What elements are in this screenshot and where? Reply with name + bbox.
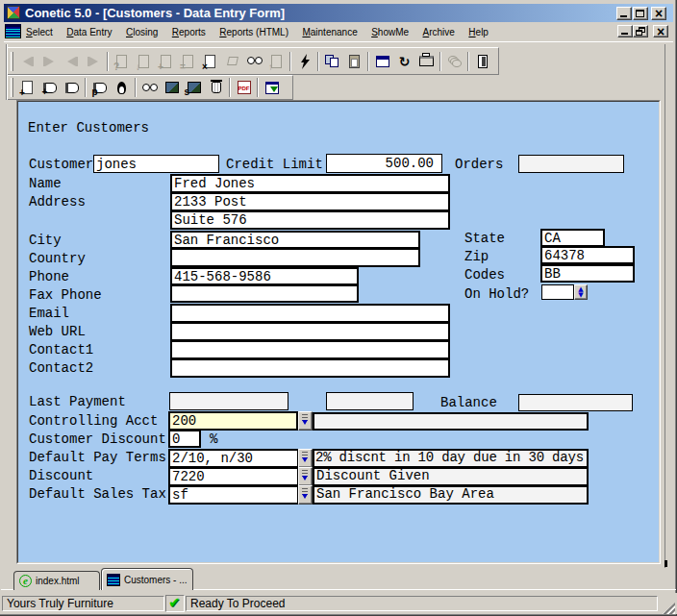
doc-copy-button[interactable] <box>177 51 199 72</box>
trash-button[interactable] <box>205 77 227 98</box>
export-button[interactable] <box>261 77 283 98</box>
contact2-input[interactable] <box>170 358 450 378</box>
search-button[interactable] <box>243 51 265 72</box>
default-pay-terms-input[interactable] <box>168 449 299 468</box>
state-input[interactable] <box>540 229 605 247</box>
toolbar-gripper-2[interactable] <box>11 78 13 97</box>
country-input[interactable] <box>170 248 420 267</box>
percent-label: % <box>210 431 217 447</box>
nav-prev-button[interactable] <box>61 51 83 72</box>
tab-index-html[interactable]: e index.html <box>13 571 100 590</box>
copy-button[interactable] <box>321 51 343 72</box>
menu-select[interactable]: Select <box>21 23 58 42</box>
doc-new-button[interactable] <box>16 77 38 98</box>
default-sales-tax-lookup-button[interactable] <box>298 485 313 505</box>
menu-showme[interactable]: ShowMe <box>366 23 414 42</box>
default-pay-terms-lookup-button[interactable] <box>298 449 313 468</box>
nav-back-icon <box>23 57 32 66</box>
status-message: Ready To Proceed <box>186 596 658 611</box>
codes-input[interactable] <box>540 264 635 283</box>
image-save-button[interactable] <box>183 77 205 98</box>
default-sales-tax-input[interactable] <box>168 485 299 505</box>
print-icon <box>419 56 434 66</box>
menu-maintenance[interactable]: Maintenance <box>297 23 362 42</box>
menu-reports-html[interactable]: Reports (HTML) <box>214 23 293 42</box>
phone-input[interactable] <box>170 267 359 285</box>
credit-limit-input[interactable] <box>326 154 442 173</box>
maximize-button[interactable] <box>633 7 648 20</box>
web-url-input[interactable] <box>170 322 450 341</box>
image-icon <box>165 82 179 93</box>
menu-help[interactable]: Help <box>464 23 493 42</box>
lightning-button[interactable] <box>293 51 315 72</box>
mdi-document-icon[interactable] <box>5 24 21 38</box>
print-button[interactable] <box>415 51 438 72</box>
layers-button[interactable] <box>443 51 465 72</box>
form-panel: Enter Customers Customer Credit Limit Or… <box>16 100 661 564</box>
book-add-button[interactable] <box>38 77 61 98</box>
menu-reports[interactable]: Reports <box>167 23 211 42</box>
penguin-button[interactable] <box>111 77 133 98</box>
controlling-acct-lookup-button[interactable] <box>298 411 313 431</box>
nav-next-button[interactable] <box>83 51 105 72</box>
codes-label: Codes <box>464 267 505 283</box>
on-hold-spinner[interactable] <box>574 284 588 300</box>
menu-closing[interactable]: Closing <box>121 23 163 42</box>
address-input-2[interactable] <box>170 210 450 230</box>
discount-label: Discount <box>29 468 93 483</box>
doc-copy-icon <box>183 55 193 68</box>
menu-data-entry[interactable]: Data Entry <box>62 23 116 42</box>
toolbar-gripper[interactable] <box>11 52 13 71</box>
customer-input[interactable] <box>93 155 219 173</box>
status-company: Yours Truly Furniture <box>2 596 164 611</box>
search2-button[interactable] <box>138 77 161 98</box>
tab-index-html-label: index.html <box>36 576 80 586</box>
close-icon: × <box>652 8 665 19</box>
mdi-minimize-button[interactable] <box>617 25 633 37</box>
doc-up-button[interactable] <box>265 51 288 72</box>
address-input-1[interactable] <box>170 192 450 211</box>
credit-limit-label: Credit Limit <box>226 157 323 172</box>
mdi-close-button[interactable]: × <box>653 25 668 37</box>
discount-input[interactable] <box>168 467 299 486</box>
fax-phone-input[interactable] <box>170 284 359 303</box>
default-pay-terms-label: Default Pay Terms <box>29 450 166 465</box>
cube-button[interactable] <box>221 51 243 72</box>
discount-lookup-button[interactable] <box>298 467 313 486</box>
zip-input[interactable] <box>540 246 635 264</box>
contact1-input[interactable] <box>170 340 450 359</box>
menu-bar-highlight <box>4 41 673 42</box>
customer-discount-input[interactable] <box>168 430 201 448</box>
export-icon <box>265 82 279 94</box>
zip-label: Zip <box>464 249 489 264</box>
title-bar: Conetic 5.0 - [Customers - Data Entry Fo… <box>4 4 673 22</box>
city-input[interactable] <box>170 231 420 249</box>
tab-customers[interactable]: Customers - ... <box>101 568 193 590</box>
paste-button[interactable] <box>343 51 365 72</box>
email-input[interactable] <box>170 304 450 323</box>
book-print-button[interactable] <box>88 77 111 98</box>
form-background: Enter Customers Customer Credit Limit Or… <box>17 101 660 563</box>
close-button[interactable]: × <box>651 7 666 20</box>
nav-back-button[interactable] <box>16 51 38 72</box>
name-label: Name <box>29 176 62 191</box>
book-open-button[interactable] <box>61 77 83 98</box>
nav-forward-button[interactable] <box>38 51 61 72</box>
doc-find-button[interactable] <box>111 51 133 72</box>
name-input[interactable] <box>170 174 450 193</box>
exit-button[interactable] <box>471 51 493 72</box>
doc-save-button[interactable] <box>133 51 155 72</box>
image-button[interactable] <box>161 77 183 98</box>
doc-find-icon <box>116 55 127 68</box>
fax-phone-label: Fax Phone <box>29 287 102 303</box>
mdi-restore-button[interactable] <box>633 25 648 37</box>
pdf-button[interactable] <box>233 77 255 98</box>
doc-add-button[interactable] <box>155 51 177 72</box>
form-window-button[interactable] <box>371 51 393 72</box>
doc-delete-button[interactable] <box>199 51 221 72</box>
on-hold-input[interactable] <box>541 284 574 300</box>
refresh-button[interactable]: ↻ <box>393 51 415 72</box>
minimize-button[interactable] <box>616 7 632 20</box>
controlling-acct-input[interactable] <box>168 411 298 431</box>
menu-archive[interactable]: Archive <box>418 23 460 42</box>
